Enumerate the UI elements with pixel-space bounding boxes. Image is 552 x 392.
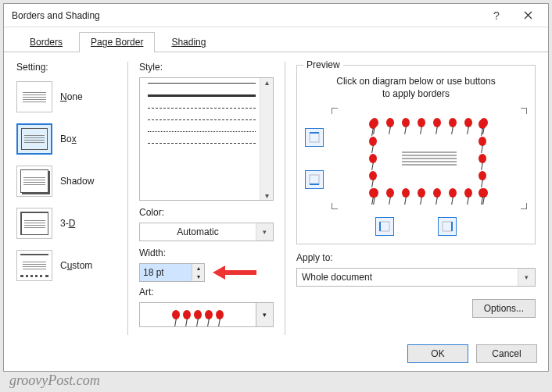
color-label: Color: (139, 207, 274, 218)
dialog-title: Borders and Shading (12, 10, 481, 21)
apply-to-row: Apply to: Whole document ▾ (296, 252, 536, 293)
callout-arrow-icon (211, 263, 258, 282)
watermark: groovyPost.com (9, 372, 100, 389)
page-content-icon (402, 151, 457, 166)
tab-borders[interactable]: Borders (18, 32, 74, 52)
balloon-icon (205, 310, 213, 319)
style-line-thick[interactable] (148, 94, 256, 97)
border-top-button[interactable] (305, 128, 324, 147)
style-line-solid[interactable] (148, 83, 256, 84)
svg-rect-2 (310, 175, 319, 184)
style-label: Style: (139, 62, 274, 73)
setting-box[interactable]: Box (16, 119, 116, 159)
dialog-body: Setting: None Box (4, 52, 548, 341)
ok-button[interactable]: OK (407, 344, 468, 363)
width-spinner[interactable]: 18 pt ▴ ▾ (139, 263, 205, 282)
options-button[interactable]: Options... (472, 299, 536, 318)
help-button[interactable]: ? (481, 5, 512, 27)
chevron-down-icon: ▾ (256, 223, 273, 241)
divider (127, 62, 128, 335)
style-list[interactable]: ▴ ▾ (139, 77, 274, 201)
svg-rect-0 (310, 133, 319, 142)
art-combo[interactable]: ▾ (139, 302, 274, 327)
apply-to-label: Apply to: (296, 252, 536, 263)
setting-box-icon (16, 123, 52, 155)
border-right-button[interactable] (438, 217, 457, 236)
art-label: Art: (139, 287, 274, 298)
border-left-button[interactable] (375, 217, 394, 236)
cancel-button[interactable]: Cancel (476, 344, 537, 363)
dialog-buttons: OK Cancel (407, 344, 537, 363)
preview-hint: Click on diagram below or use buttons to… (305, 75, 527, 100)
divider (285, 62, 285, 335)
close-button[interactable] (512, 5, 543, 27)
preview-column: Preview Click on diagram below or use bu… (296, 62, 536, 335)
balloon-icon (194, 310, 202, 319)
apply-to-value: Whole document (297, 272, 518, 283)
balloon-icon (172, 310, 180, 319)
scroll-down-icon[interactable]: ▾ (265, 191, 269, 200)
style-line-dashed2[interactable] (148, 119, 256, 120)
style-line-dashed[interactable] (148, 108, 256, 109)
color-combo[interactable]: Automatic ▾ (139, 223, 274, 241)
setting-none[interactable]: None (16, 77, 116, 116)
borders-shading-dialog: Borders and Shading ? Borders Page Borde… (3, 3, 549, 372)
chevron-down-icon: ▾ (256, 302, 274, 327)
chevron-down-icon: ▾ (518, 269, 535, 286)
tab-strip: Borders Page Border Shading (4, 27, 548, 52)
balloon-icon (216, 310, 224, 319)
width-label: Width: (139, 248, 274, 258)
art-value (139, 302, 256, 327)
setting-custom-icon (16, 250, 52, 281)
setting-none-icon (16, 81, 52, 112)
setting-shadow-icon (16, 166, 52, 197)
page-preview[interactable] (332, 108, 527, 209)
apply-to-combo[interactable]: Whole document ▾ (296, 268, 536, 287)
style-line-dashdot[interactable] (148, 143, 256, 144)
scroll-up-icon[interactable]: ▴ (265, 78, 269, 87)
setting-label: Setting: (16, 62, 116, 73)
setting-column: Setting: None Box (16, 62, 116, 335)
titlebar: Borders and Shading ? (4, 4, 548, 27)
preview-fieldset: Preview Click on diagram below or use bu… (296, 65, 536, 244)
spinner-down-button[interactable]: ▾ (192, 273, 204, 281)
spinner-up-button[interactable]: ▴ (192, 264, 204, 273)
tab-page-border[interactable]: Page Border (79, 32, 155, 52)
setting-custom[interactable]: Custom (16, 246, 116, 285)
border-bottom-button[interactable] (305, 170, 324, 189)
style-column: Style: ▴ ▾ Color: Automatic ▾ (139, 62, 274, 335)
close-icon (524, 11, 532, 20)
preview-legend: Preview (303, 59, 343, 70)
balloon-icon (183, 310, 191, 319)
svg-rect-6 (443, 222, 452, 231)
setting-shadow[interactable]: Shadow (16, 162, 116, 201)
preview-area (305, 108, 527, 209)
style-scrollbar[interactable]: ▴ ▾ (260, 78, 273, 200)
setting-3d[interactable]: 3-D (16, 204, 116, 243)
svg-rect-4 (380, 222, 389, 231)
tab-shading[interactable]: Shading (160, 32, 217, 52)
setting-3d-icon (16, 208, 52, 239)
style-line-dotted[interactable] (148, 131, 256, 132)
width-value[interactable]: 18 pt (140, 264, 192, 281)
color-value: Automatic (140, 226, 256, 237)
